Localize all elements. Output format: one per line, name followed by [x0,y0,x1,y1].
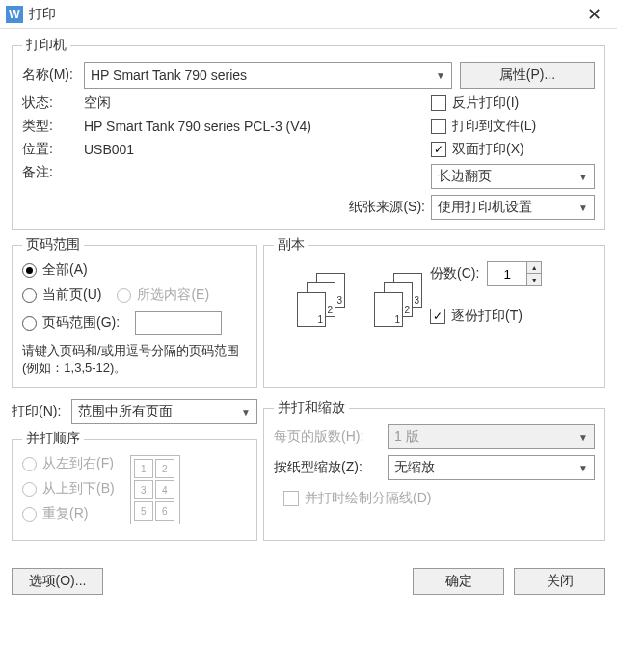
copies-group: 副本 3 2 1 3 2 1 份数(C): [263,236,605,388]
pages-per-label: 每页的版数(H): [274,428,388,445]
collate-checkbox[interactable]: ✓ [430,309,445,324]
order-group: 并打顺序 从左到右(F) 从上到下(B) 重复(R) 123456 [12,430,257,541]
range-pages-input[interactable] [135,311,222,335]
printer-legend: 打印机 [22,37,70,54]
printer-group: 打印机 名称(M): HP Smart Tank 790 series ▼ 属性… [12,37,605,230]
scale-select[interactable]: 无缩放▼ [388,455,595,480]
range-selection-label: 所选内容(E) [137,286,209,304]
collate-graphic: 3 2 1 3 2 1 [297,273,422,327]
where-value: USB001 [84,142,134,157]
range-pages-radio[interactable] [22,316,37,331]
range-all-label: 全部(A) [42,261,88,279]
range-current-label: 当前页(U) [42,286,101,304]
where-label: 位置: [22,141,84,158]
scale-label: 按纸型缩放(Z): [274,459,388,476]
tofile-checkbox[interactable] [431,119,446,134]
printer-name-select[interactable]: HP Smart Tank 790 series ▼ [84,62,452,89]
range-help: 请键入页码和/或用逗号分隔的页码范围(例如：1,3,5-12)。 [22,342,247,377]
duplex-label: 双面打印(X) [452,141,524,158]
print-what-select[interactable]: 范围中所有页面▼ [71,399,257,424]
caret-down-icon: ▼ [578,202,588,213]
close-icon[interactable]: ✕ [581,4,607,25]
printer-name-label: 名称(M): [22,67,84,84]
status-label: 状态: [22,94,84,112]
window-title: 打印 [29,6,56,23]
order-ltr-radio [22,457,37,471]
order-repeat-radio [22,507,37,522]
print-what-label: 打印(N): [12,403,71,420]
range-current-radio[interactable] [22,288,37,303]
app-icon: W [6,6,23,23]
properties-button[interactable]: 属性(P)... [460,62,595,89]
close-button[interactable]: 关闭 [514,568,605,595]
caret-down-icon: ▼ [578,432,588,443]
type-label: 类型: [22,118,84,135]
order-ttb-label: 从上到下(B) [42,480,115,497]
reverse-checkbox[interactable] [431,95,446,111]
printer-name-value: HP Smart Tank 790 series [91,67,247,83]
copies-legend: 副本 [274,236,308,254]
tofile-label: 打印到文件(L) [452,118,536,135]
caret-down-icon: ▼ [241,407,251,417]
ok-button[interactable]: 确定 [413,568,504,595]
copies-spinner[interactable]: ▲▼ [487,261,542,286]
comment-label: 备注: [22,164,84,181]
type-value: HP Smart Tank 790 series PCL-3 (V4) [84,119,311,134]
paper-source-select[interactable]: 使用打印机设置▼ [431,195,595,220]
caret-down-icon: ▼ [436,70,445,81]
range-all-radio[interactable] [22,263,37,278]
collate-label: 逐份打印(T) [451,308,523,325]
titlebar: W 打印 ✕ [0,0,617,29]
draw-sep-checkbox [283,491,299,506]
flip-select[interactable]: 长边翻页▼ [431,164,595,189]
range-pages-label: 页码范围(G): [42,314,120,332]
order-ltr-label: 从左到右(F) [42,455,114,472]
merge-group: 并打和缩放 每页的版数(H): 1 版▼ 按纸型缩放(Z): 无缩放▼ 并打时绘… [263,399,605,541]
page-range-legend: 页码范围 [22,236,84,254]
order-diagram: 123456 [130,455,180,524]
options-button[interactable]: 选项(O)... [12,568,103,595]
order-repeat-label: 重复(R) [42,505,88,523]
caret-down-icon: ▼ [578,463,588,473]
status-value: 空闲 [84,94,111,112]
range-selection-radio [117,288,131,303]
footer: 选项(O)... 确定 关闭 [0,560,617,603]
merge-legend: 并打和缩放 [274,399,349,417]
copies-count-label: 份数(C): [430,265,479,282]
pages-per-select: 1 版▼ [388,424,595,449]
draw-sep-label: 并打时绘制分隔线(D) [305,490,431,507]
reverse-label: 反片打印(I) [452,94,519,112]
spinner-up-icon[interactable]: ▲ [527,262,541,274]
spinner-down-icon[interactable]: ▼ [527,274,541,285]
order-ttb-radio [22,482,37,497]
paper-source-label: 纸张来源(S): [349,199,425,216]
duplex-checkbox[interactable]: ✓ [431,142,446,157]
page-range-group: 页码范围 全部(A) 当前页(U) 所选内容(E) 页码范围(G): 请键入页码… [12,236,257,388]
copies-input[interactable] [488,262,526,285]
caret-down-icon: ▼ [578,172,588,182]
order-legend: 并打顺序 [22,430,84,447]
